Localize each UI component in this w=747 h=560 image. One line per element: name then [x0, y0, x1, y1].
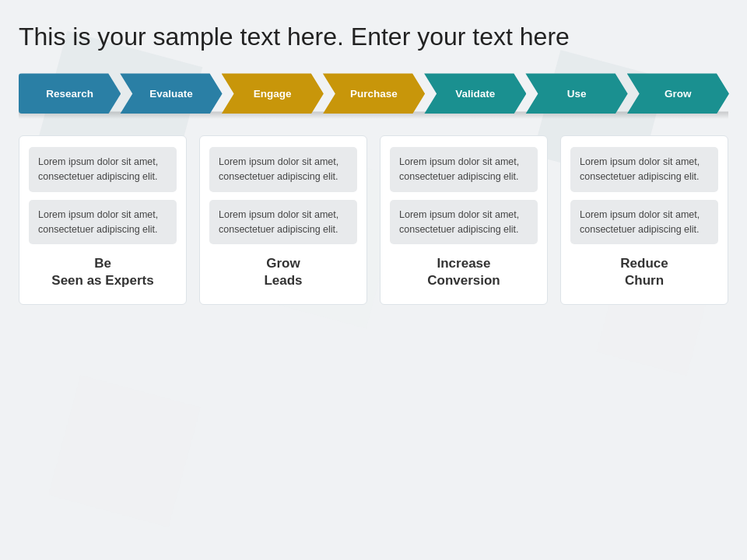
card-3-text1: Lorem ipsum dolor sit amet, consectetuer…: [570, 147, 718, 192]
card-1: Lorem ipsum dolor sit amet, consectetuer…: [199, 135, 367, 304]
card-2-text1: Lorem ipsum dolor sit amet, consectetuer…: [390, 147, 538, 192]
chevron-item-use[interactable]: Use: [525, 73, 627, 114]
chevron-item-engage[interactable]: Engage: [222, 73, 324, 114]
card-0-text2: Lorem ipsum dolor sit amet, consectetuer…: [29, 200, 177, 245]
main-title: This is your sample text here. Enter you…: [19, 22, 728, 51]
cards-grid: Lorem ipsum dolor sit amet, consectetuer…: [19, 135, 728, 304]
chevron-item-validate[interactable]: Validate: [424, 73, 526, 114]
card-3: Lorem ipsum dolor sit amet, consectetuer…: [560, 135, 728, 304]
card-1-text2: Lorem ipsum dolor sit amet, consectetuer…: [209, 200, 357, 245]
card-2-text2: Lorem ipsum dolor sit amet, consectetuer…: [390, 200, 538, 245]
card-0: Lorem ipsum dolor sit amet, consectetuer…: [19, 135, 187, 304]
card-1-title: GrowLeads: [209, 255, 357, 289]
card-1-text1: Lorem ipsum dolor sit amet, consectetuer…: [209, 147, 357, 192]
card-2: Lorem ipsum dolor sit amet, consectetuer…: [380, 135, 548, 304]
card-0-text1: Lorem ipsum dolor sit amet, consectetuer…: [29, 147, 177, 192]
chevron-item-evaluate[interactable]: Evaluate: [120, 73, 222, 114]
card-3-text2: Lorem ipsum dolor sit amet, consectetuer…: [570, 200, 718, 245]
chevron-item-grow[interactable]: Grow: [627, 73, 729, 114]
chevron-item-research[interactable]: Research: [19, 73, 121, 114]
card-2-title: IncreaseConversion: [390, 255, 538, 289]
chevron-bar: ResearchEvaluateEngagePurchaseValidateUs…: [19, 73, 728, 114]
card-3-title: ReduceChurn: [570, 255, 718, 289]
chevron-item-purchase[interactable]: Purchase: [323, 73, 425, 114]
card-0-title: BeSeen as Experts: [29, 255, 177, 289]
